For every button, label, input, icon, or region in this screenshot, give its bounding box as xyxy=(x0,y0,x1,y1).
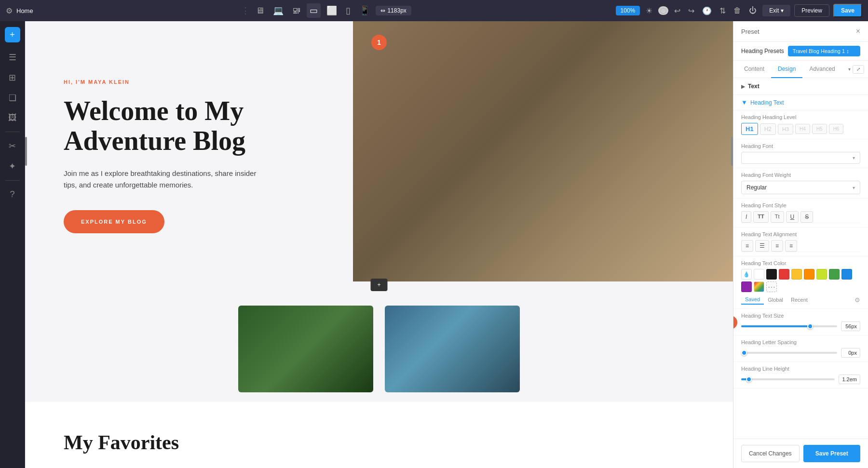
tab-design[interactable]: Design xyxy=(771,61,802,78)
heading-font-select[interactable]: ▾ xyxy=(741,152,860,164)
sun-icon[interactable]: ☀ xyxy=(644,4,654,17)
sidebar-icon-widgets[interactable]: ✦ xyxy=(5,157,20,175)
power-icon[interactable]: ⏻ xyxy=(747,4,759,17)
home-label: Home xyxy=(16,7,33,14)
heading-text-header[interactable]: ▼ Heading Text xyxy=(733,95,868,110)
color-white[interactable] xyxy=(754,269,764,280)
gear-icon[interactable]: ⚙ xyxy=(6,6,13,15)
right-resize-handle[interactable] xyxy=(731,137,733,166)
italic-button[interactable]: I xyxy=(741,211,751,223)
more-options-chevron[interactable]: ▾ xyxy=(848,67,851,72)
color-blue[interactable] xyxy=(841,269,852,280)
sidebar-icon-layers[interactable]: ☰ xyxy=(5,48,20,67)
plus-icon-small: + xyxy=(377,281,380,288)
color-settings-gear[interactable]: ⚙ xyxy=(854,296,860,304)
color-lime[interactable] xyxy=(816,269,827,280)
save-button[interactable]: Save xyxy=(833,4,862,17)
letter-spacing-track[interactable] xyxy=(741,352,837,354)
trash-icon[interactable]: 🗑 xyxy=(732,4,743,17)
saved-colors-tab[interactable]: Saved xyxy=(741,295,764,305)
color-green[interactable] xyxy=(829,269,840,280)
tablet-btn[interactable]: ⬜ xyxy=(324,3,340,18)
align-right-button[interactable]: ≡ xyxy=(771,240,783,252)
history-icon[interactable]: 🕐 xyxy=(700,4,714,17)
laptop-small-btn[interactable]: ▭ xyxy=(307,3,321,18)
tab-advanced[interactable]: Advanced xyxy=(802,61,841,78)
gallery-image-2 xyxy=(385,306,520,392)
allcaps-button[interactable]: TT xyxy=(753,211,768,223)
heading-font-weight-arrow: ▾ xyxy=(853,185,855,190)
text-size-slider-thumb[interactable] xyxy=(807,323,813,329)
align-justify-button[interactable]: ≡ xyxy=(785,240,797,252)
color-yellow[interactable] xyxy=(791,269,802,280)
sidebar-icon-elements[interactable]: ❏ xyxy=(5,89,20,107)
line-height-track[interactable] xyxy=(741,378,835,380)
desktop-large-btn[interactable]: 🖥 xyxy=(253,4,267,18)
preset-select[interactable]: Travel Blog Heading 1 ↕ xyxy=(788,46,860,56)
hero-description: Join me as I explore breathtaking destin… xyxy=(64,168,266,191)
theme-toggle[interactable]: ◯ xyxy=(658,6,668,15)
mobile-btn[interactable]: 📱 xyxy=(356,3,373,18)
add-block-button[interactable]: + xyxy=(370,279,387,291)
align-center-button[interactable]: ☰ xyxy=(755,240,769,252)
color-orange[interactable] xyxy=(804,269,814,280)
line-height-slider-control: 1.2em xyxy=(741,374,860,384)
underline-button[interactable]: U xyxy=(786,211,799,223)
canvas-area: 1 HI, I'M MAYA KLEIN Welcome to My Adven… xyxy=(25,21,733,468)
strikethrough-button[interactable]: S xyxy=(800,211,813,223)
panel-close-button[interactable]: × xyxy=(856,27,860,36)
h2-button[interactable]: H2 xyxy=(760,123,776,135)
preview-button[interactable]: Preview xyxy=(794,4,829,17)
h5-button[interactable]: H5 xyxy=(812,124,827,134)
letter-spacing-thumb[interactable] xyxy=(741,350,747,356)
sidebar-divider-2 xyxy=(5,180,20,181)
tab-content[interactable]: Content xyxy=(737,61,771,78)
h3-button[interactable]: H3 xyxy=(778,124,793,134)
capitalize-button[interactable]: Tt xyxy=(771,211,784,223)
sidebar-icon-pages[interactable]: ⊞ xyxy=(5,68,20,87)
laptop-btn[interactable]: 🖳 xyxy=(289,4,304,18)
exit-button[interactable]: Exit ▾ xyxy=(762,5,790,16)
text-size-value[interactable]: 56px xyxy=(841,321,860,331)
more-colors-button[interactable]: ⋯ xyxy=(766,281,777,292)
explore-blog-button[interactable]: EXPLORE MY BLOG xyxy=(64,210,164,233)
preset-row: Heading Presets Travel Blog Heading 1 ↕ xyxy=(733,42,868,61)
recent-colors-tab[interactable]: Recent xyxy=(787,295,812,304)
sidebar-icon-tools[interactable]: ✂ xyxy=(5,137,20,155)
global-colors-tab[interactable]: Global xyxy=(764,295,787,304)
line-height-value[interactable]: 1.2em xyxy=(839,374,860,384)
publish-icon[interactable]: ⇅ xyxy=(718,4,728,17)
text-size-slider-track[interactable] xyxy=(741,325,837,327)
h1-button[interactable]: H1 xyxy=(741,123,758,135)
h4-button[interactable]: H4 xyxy=(795,124,810,134)
color-red[interactable] xyxy=(779,269,789,280)
left-resize-handle[interactable] xyxy=(25,137,27,166)
hero-title[interactable]: Welcome to My Adventure Blog xyxy=(64,96,324,156)
sidebar-icon-media[interactable]: 🖼 xyxy=(4,109,21,127)
heading-font-weight-select[interactable]: Regular ▾ xyxy=(741,181,860,194)
panel-expand-button[interactable]: ⤢ xyxy=(853,65,864,74)
line-height-thumb[interactable] xyxy=(746,376,752,382)
add-element-button[interactable]: + xyxy=(5,27,20,42)
tablet-small-btn[interactable]: ▯ xyxy=(343,3,353,18)
hero-photo xyxy=(353,21,733,281)
heading-text-color-row: Heading Text Color 💧 ⋯ Saved xyxy=(733,256,868,309)
save-preset-button[interactable]: Save Preset xyxy=(803,445,861,462)
text-section-header[interactable]: ▶ Text xyxy=(733,78,868,95)
color-black[interactable] xyxy=(766,269,777,280)
eyedropper-tool[interactable]: 💧 xyxy=(741,269,752,280)
heading-text-chevron: ▼ xyxy=(741,99,747,106)
cancel-changes-button[interactable]: Cancel Changes xyxy=(741,445,800,462)
desktop-btn[interactable]: 💻 xyxy=(270,3,286,18)
align-left-button[interactable]: ≡ xyxy=(741,240,753,252)
heading-line-height-row: Heading Line Height 1.2em xyxy=(733,362,868,388)
undo-icon[interactable]: ↩ xyxy=(672,4,682,17)
color-purple[interactable] xyxy=(741,281,752,292)
redo-icon[interactable]: ↪ xyxy=(686,4,696,17)
heading-size-label: Heading Text Size xyxy=(741,313,860,319)
h6-button[interactable]: H6 xyxy=(829,124,844,134)
sidebar-icon-help[interactable]: ? xyxy=(6,186,18,203)
zoom-level[interactable]: 100% xyxy=(616,6,640,15)
color-gradient[interactable] xyxy=(754,281,764,292)
letter-spacing-value[interactable]: 0px xyxy=(841,348,860,358)
